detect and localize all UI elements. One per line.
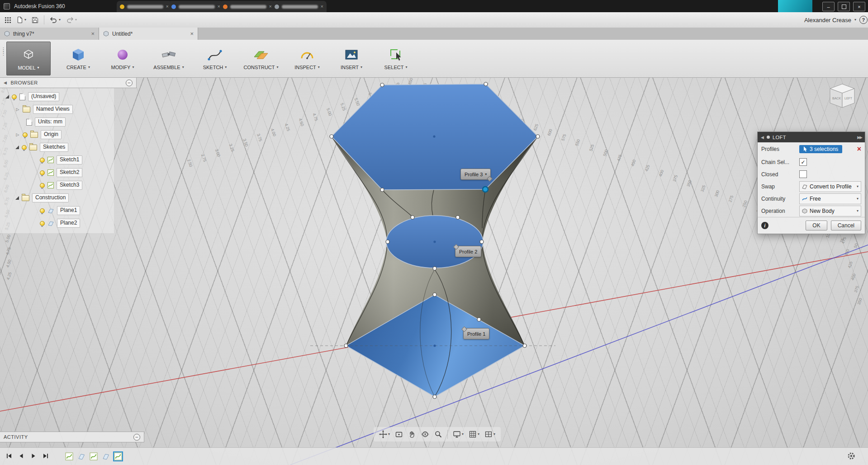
profiles-selection-chip[interactable]: 3 selections bbox=[799, 145, 842, 153]
pan-orbit-button[interactable]: ▾ bbox=[379, 430, 390, 438]
timeline-feature-plane2[interactable] bbox=[101, 451, 111, 461]
fit-view-button[interactable] bbox=[395, 430, 403, 438]
collapsed-arrow-icon[interactable]: ▷ bbox=[15, 107, 20, 112]
panel-toggle-icon[interactable]: – bbox=[133, 434, 140, 441]
browser-tab[interactable]: × bbox=[168, 1, 223, 12]
expand-arrow-icon[interactable] bbox=[15, 196, 19, 200]
timeline-feature-plane1[interactable] bbox=[76, 451, 86, 461]
viewcube-face-label: BACK bbox=[832, 97, 841, 100]
remove-selection-button[interactable]: × bbox=[857, 146, 861, 153]
visibility-bulb-icon[interactable] bbox=[40, 221, 45, 226]
dialog-dock-icon[interactable]: ◀ bbox=[761, 135, 764, 140]
maximize-button[interactable] bbox=[838, 2, 850, 11]
selected-profile-point[interactable] bbox=[483, 187, 488, 192]
app-logo-icon bbox=[4, 3, 10, 9]
close-tab-icon[interactable]: × bbox=[190, 31, 194, 37]
document-tab-thing-v7[interactable]: thing v7* × bbox=[0, 28, 99, 40]
ribbon-group-assemble[interactable]: ASSEMBLE▾ bbox=[146, 41, 192, 76]
help-button[interactable]: ? bbox=[859, 16, 868, 24]
display-settings-button[interactable]: ▾ bbox=[453, 430, 464, 438]
file-menu-button[interactable]: ▾ bbox=[17, 16, 26, 23]
orbit-button[interactable] bbox=[421, 430, 429, 438]
visibility-bulb-icon[interactable] bbox=[12, 94, 17, 99]
view-cube[interactable]: BACK LEFT bbox=[827, 82, 857, 114]
timeline-play-button[interactable] bbox=[30, 452, 37, 461]
browser-item-sketch3[interactable]: Sketch3 bbox=[0, 179, 114, 192]
ribbon-group-create[interactable]: CREATE▾ bbox=[57, 41, 100, 76]
dialog-expand-icon[interactable]: ▶▶ bbox=[857, 135, 862, 140]
timeline-feature-sketch1[interactable] bbox=[64, 451, 74, 461]
browser-item-construction[interactable]: Construction bbox=[0, 192, 114, 204]
activity-panel-header[interactable]: ACTIVITY – bbox=[0, 432, 144, 442]
browser-tab[interactable]: × bbox=[117, 1, 172, 12]
visibility-bulb-icon[interactable] bbox=[40, 170, 45, 175]
profile3-flag[interactable]: Profile 3 ▾ bbox=[460, 169, 491, 180]
ribbon-group-sketch[interactable]: SKETCH▾ bbox=[194, 41, 236, 76]
ribbon-group-insert[interactable]: INSERT▾ bbox=[330, 41, 373, 76]
dropdown-arrow-icon: ▾ bbox=[225, 66, 227, 69]
browser-item-units[interactable]: Units: mm bbox=[0, 116, 114, 128]
close-tab-icon[interactable]: × bbox=[91, 31, 95, 37]
visibility-bulb-icon[interactable] bbox=[40, 158, 45, 163]
browser-item-unsaved[interactable]: (Unsaved) bbox=[0, 90, 114, 103]
user-account-button[interactable]: Alexander Crease bbox=[804, 17, 851, 23]
visibility-bulb-icon[interactable] bbox=[40, 183, 45, 188]
svg-text:425: 425 bbox=[644, 164, 650, 172]
browser-item-plane1[interactable]: Plane1 bbox=[0, 204, 114, 217]
collapsed-arrow-icon[interactable]: ▷ bbox=[15, 132, 20, 137]
ribbon-group-inspect[interactable]: INSPECT▾ bbox=[286, 41, 328, 76]
timeline-go-to-end-button[interactable] bbox=[42, 452, 49, 461]
zoom-button[interactable] bbox=[434, 430, 442, 438]
close-button[interactable]: × bbox=[853, 2, 865, 11]
grid-snaps-button[interactable]: ▾ bbox=[469, 430, 479, 438]
continuity-dropdown[interactable]: Free ▾ bbox=[799, 193, 861, 204]
browser-item-named-views[interactable]: ▷ Named Views bbox=[0, 103, 114, 116]
ok-button[interactable]: OK bbox=[806, 221, 827, 230]
visibility-bulb-icon[interactable] bbox=[23, 132, 28, 137]
document-tab-untitled[interactable]: Untitled* × bbox=[99, 28, 198, 40]
chain-selection-checkbox[interactable]: ✓ bbox=[799, 158, 807, 166]
ribbon-group-construct[interactable]: CONSTRUCT▾ bbox=[238, 41, 284, 76]
collapse-panel-icon[interactable]: ◀ bbox=[4, 80, 7, 85]
loft-dialog-header[interactable]: ◀ LOFT ▶▶ bbox=[758, 132, 865, 142]
ribbon-group-modify[interactable]: MODIFY▾ bbox=[101, 41, 144, 76]
app-grid-button[interactable] bbox=[5, 17, 11, 23]
timeline-feature-sketch2[interactable] bbox=[89, 451, 99, 461]
timeline-feature-sketch3[interactable] bbox=[113, 451, 123, 461]
profile1-flag[interactable]: Profile 1 bbox=[463, 328, 489, 339]
timeline-settings-gear-icon[interactable] bbox=[847, 452, 855, 460]
timeline-step-back-button[interactable] bbox=[18, 452, 25, 461]
undo-button[interactable]: ▾ bbox=[50, 17, 61, 23]
dialog-grab-icon[interactable] bbox=[767, 136, 770, 139]
redo-button[interactable]: ▾ bbox=[66, 17, 77, 23]
pan-hand-button[interactable] bbox=[408, 430, 416, 438]
info-icon[interactable]: i bbox=[761, 222, 768, 229]
workspace-switcher-model[interactable]: MODEL▾ bbox=[6, 42, 51, 75]
ribbon-group-select[interactable]: SELECT▾ bbox=[375, 41, 417, 76]
browser-panel-header[interactable]: ◀ BROWSER – bbox=[0, 77, 137, 88]
visibility-bulb-icon[interactable] bbox=[22, 145, 27, 150]
expand-arrow-icon[interactable] bbox=[15, 146, 19, 149]
dropdown-arrow-icon: ▾ bbox=[38, 66, 39, 70]
browser-tab[interactable]: × bbox=[271, 1, 327, 12]
cancel-button[interactable]: Cancel bbox=[831, 221, 861, 230]
browser-item-origin[interactable]: ▷ Origin bbox=[0, 128, 114, 141]
minimize-button[interactable]: – bbox=[822, 2, 835, 11]
operation-dropdown[interactable]: New Body ▾ bbox=[799, 206, 861, 216]
closed-checkbox[interactable] bbox=[799, 170, 807, 178]
browser-item-sketch1[interactable]: Sketch1 bbox=[0, 154, 114, 166]
timeline-go-to-start-button[interactable] bbox=[5, 452, 13, 461]
expand-arrow-icon[interactable] bbox=[5, 95, 9, 99]
save-button[interactable] bbox=[32, 17, 38, 23]
close-icon[interactable]: × bbox=[321, 4, 323, 9]
toolbar-grip-icon[interactable]: ⋮⋮ bbox=[0, 48, 5, 70]
viewports-button[interactable]: ▾ bbox=[484, 430, 495, 438]
profile2-flag[interactable]: Profile 2 bbox=[455, 246, 481, 257]
browser-item-sketch2[interactable]: Sketch2 bbox=[0, 166, 114, 179]
swap-dropdown[interactable]: Convert to Profile ▾ bbox=[799, 181, 861, 192]
panel-toggle-icon[interactable]: – bbox=[126, 80, 133, 86]
visibility-bulb-icon[interactable] bbox=[40, 208, 45, 213]
browser-tab[interactable]: × bbox=[220, 1, 275, 12]
browser-item-sketches[interactable]: Sketches bbox=[0, 141, 114, 154]
browser-item-plane2[interactable]: Plane2 bbox=[0, 217, 114, 230]
